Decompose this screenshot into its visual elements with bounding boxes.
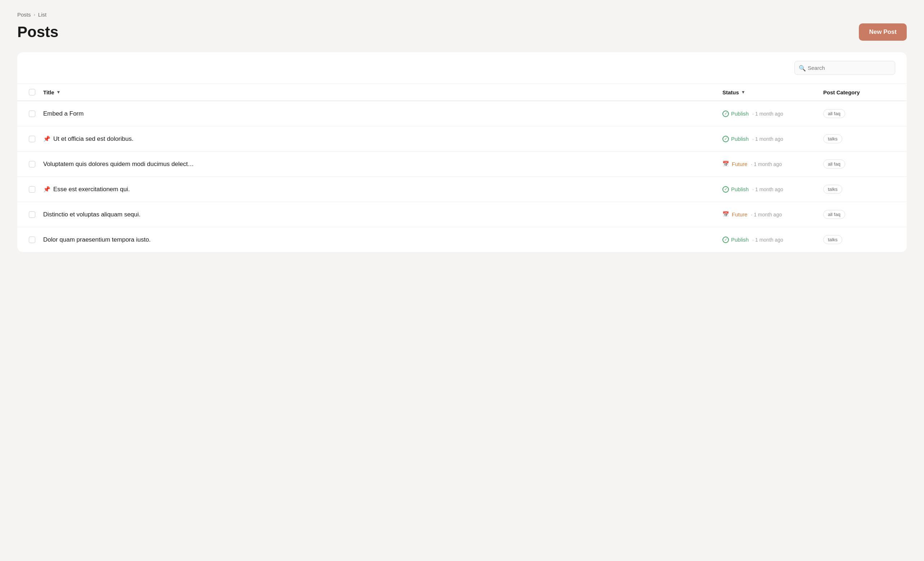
new-post-button[interactable]: New Post bbox=[859, 23, 907, 41]
row-title: 📌 Esse est exercitationem qui. bbox=[43, 186, 722, 193]
select-all-checkbox[interactable] bbox=[29, 89, 35, 95]
row-checkbox[interactable] bbox=[29, 236, 35, 243]
search-bar-container: 🔍 bbox=[17, 52, 907, 84]
row-checkbox[interactable] bbox=[29, 136, 35, 142]
category-tag: all faq bbox=[823, 109, 845, 118]
category-tag: all faq bbox=[823, 159, 845, 168]
publish-icon: ✓ bbox=[722, 236, 729, 243]
status-cell: ✓ Publish · 1 month ago bbox=[722, 111, 823, 117]
future-icon: 📅 bbox=[722, 211, 730, 218]
title-sort-icon: ▼ bbox=[57, 90, 61, 95]
category-cell: all faq bbox=[823, 109, 895, 118]
table-row[interactable]: Dolor quam praesentium tempora iusto. ✓ … bbox=[17, 227, 907, 252]
breadcrumb: Posts › List bbox=[17, 12, 907, 18]
status-label: Publish bbox=[731, 236, 749, 243]
row-checkbox-cell bbox=[29, 236, 43, 243]
time-ago: · 1 month ago bbox=[751, 212, 782, 218]
time-ago: · 1 month ago bbox=[752, 237, 783, 243]
row-title: 📌 Ut et officia sed est doloribus. bbox=[43, 135, 722, 143]
breadcrumb-current: List bbox=[38, 12, 46, 18]
search-icon: 🔍 bbox=[799, 65, 806, 71]
status-label: Future bbox=[732, 211, 747, 218]
row-title: Dolor quam praesentium tempora iusto. bbox=[43, 236, 722, 244]
search-input[interactable] bbox=[794, 61, 895, 75]
table-header: Title ▼ Status ▼ Post Category bbox=[17, 84, 907, 101]
row-checkbox[interactable] bbox=[29, 211, 35, 218]
future-icon: 📅 bbox=[722, 161, 730, 168]
row-title-text: Ut et officia sed est doloribus. bbox=[53, 135, 134, 143]
row-title-text: Embed a Form bbox=[43, 110, 84, 117]
pin-icon: 📌 bbox=[43, 135, 50, 142]
table-row[interactable]: 📌 Ut et officia sed est doloribus. ✓ Pub… bbox=[17, 126, 907, 152]
search-wrapper: 🔍 bbox=[794, 61, 895, 75]
row-title: Distinctio et voluptas aliquam sequi. bbox=[43, 211, 722, 218]
page-header: Posts New Post bbox=[17, 23, 907, 41]
row-title: Voluptatem quis dolores quidem modi duci… bbox=[43, 161, 722, 168]
status-column-header[interactable]: Status ▼ bbox=[722, 89, 823, 95]
row-title-text: Voluptatem quis dolores quidem modi duci… bbox=[43, 161, 194, 168]
time-ago: · 1 month ago bbox=[751, 161, 782, 167]
category-column-header: Post Category bbox=[823, 89, 895, 95]
status-cell: 📅 Future · 1 month ago bbox=[722, 161, 823, 168]
category-tag: all faq bbox=[823, 210, 845, 219]
status-badge: ✓ Publish bbox=[722, 111, 749, 117]
table-row[interactable]: 📌 Esse est exercitationem qui. ✓ Publish… bbox=[17, 177, 907, 202]
page-title: Posts bbox=[17, 23, 58, 41]
header-checkbox-cell bbox=[29, 89, 43, 95]
status-badge: ✓ Publish bbox=[722, 186, 749, 193]
publish-icon: ✓ bbox=[722, 136, 729, 142]
row-title-text: Distinctio et voluptas aliquam sequi. bbox=[43, 211, 140, 218]
row-checkbox-cell bbox=[29, 111, 43, 117]
status-badge: 📅 Future bbox=[722, 161, 747, 168]
status-cell: ✓ Publish · 1 month ago bbox=[722, 236, 823, 243]
time-ago: · 1 month ago bbox=[752, 111, 783, 117]
status-badge: ✓ Publish bbox=[722, 136, 749, 142]
row-checkbox-cell bbox=[29, 211, 43, 218]
row-checkbox[interactable] bbox=[29, 186, 35, 193]
status-cell: 📅 Future · 1 month ago bbox=[722, 211, 823, 218]
row-checkbox-cell bbox=[29, 136, 43, 142]
content-card: 🔍 Title ▼ Status ▼ Post Category Embed a… bbox=[17, 52, 907, 252]
row-title-text: Esse est exercitationem qui. bbox=[53, 186, 130, 193]
row-checkbox[interactable] bbox=[29, 161, 35, 167]
category-cell: all faq bbox=[823, 210, 895, 219]
category-tag: talks bbox=[823, 235, 842, 244]
table-row[interactable]: Voluptatem quis dolores quidem modi duci… bbox=[17, 152, 907, 177]
category-cell: talks bbox=[823, 235, 895, 244]
category-tag: talks bbox=[823, 134, 842, 143]
category-cell: all faq bbox=[823, 159, 895, 168]
row-checkbox[interactable] bbox=[29, 111, 35, 117]
breadcrumb-parent[interactable]: Posts bbox=[17, 12, 31, 18]
status-label: Publish bbox=[731, 111, 749, 117]
table-body: Embed a Form ✓ Publish · 1 month ago all… bbox=[17, 101, 907, 252]
status-label: Publish bbox=[731, 186, 749, 192]
time-ago: · 1 month ago bbox=[752, 186, 783, 192]
status-badge: 📅 Future bbox=[722, 211, 747, 218]
row-checkbox-cell bbox=[29, 161, 43, 167]
table-row[interactable]: Distinctio et voluptas aliquam sequi. 📅 … bbox=[17, 202, 907, 227]
title-column-header[interactable]: Title ▼ bbox=[43, 89, 722, 95]
status-label: Publish bbox=[731, 136, 749, 142]
status-badge: ✓ Publish bbox=[722, 236, 749, 243]
row-title: Embed a Form bbox=[43, 110, 722, 117]
pin-icon: 📌 bbox=[43, 186, 50, 193]
status-label: Future bbox=[732, 161, 747, 167]
status-sort-icon: ▼ bbox=[741, 90, 746, 95]
breadcrumb-separator: › bbox=[34, 12, 35, 17]
row-title-text: Dolor quam praesentium tempora iusto. bbox=[43, 236, 151, 244]
time-ago: · 1 month ago bbox=[752, 136, 783, 142]
publish-icon: ✓ bbox=[722, 186, 729, 193]
category-cell: talks bbox=[823, 185, 895, 194]
row-checkbox-cell bbox=[29, 186, 43, 193]
table-row[interactable]: Embed a Form ✓ Publish · 1 month ago all… bbox=[17, 101, 907, 126]
status-cell: ✓ Publish · 1 month ago bbox=[722, 136, 823, 142]
category-cell: talks bbox=[823, 134, 895, 143]
publish-icon: ✓ bbox=[722, 111, 729, 117]
category-tag: talks bbox=[823, 185, 842, 194]
status-cell: ✓ Publish · 1 month ago bbox=[722, 186, 823, 193]
